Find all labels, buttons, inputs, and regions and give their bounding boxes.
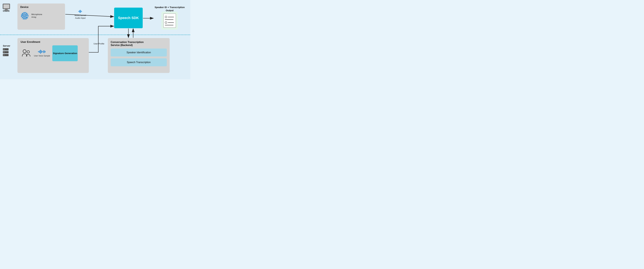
svg-point-48 [27, 50, 30, 53]
svg-point-21 [24, 12, 26, 13]
speech-sdk-label: Speech SDK [118, 16, 139, 20]
svg-point-40 [24, 18, 25, 19]
speech-sdk-box: Speech SDK [114, 8, 143, 28]
svg-point-27 [27, 14, 28, 15]
diagram-container: Client Server Device [0, 0, 190, 79]
cts-title: Conversation TranscriptionService (Backe… [111, 40, 167, 47]
enrollment-title: User Enrollment [20, 40, 86, 44]
audio-input-label: MultichannelAudio Input [74, 9, 86, 20]
svg-rect-44 [80, 10, 80, 13]
svg-rect-49 [38, 51, 39, 52]
svg-line-2 [65, 14, 114, 17]
mic-array-label: MicrophoneArray [32, 13, 42, 18]
svg-rect-9 [4, 4, 9, 8]
client-label: Client [3, 10, 10, 12]
svg-rect-45 [81, 10, 81, 12]
people-icon [20, 48, 32, 59]
device-box: Device [18, 4, 65, 30]
svg-rect-55 [45, 51, 45, 52]
user-profile-label: User Profile [94, 42, 104, 45]
output-document-icon [163, 14, 176, 28]
svg-point-19 [22, 13, 23, 14]
svg-rect-46 [82, 11, 82, 12]
svg-rect-50 [39, 50, 40, 53]
svg-point-32 [26, 16, 27, 16]
sig-gen-label: Signature Generation [53, 52, 77, 55]
svg-point-29 [22, 16, 23, 16]
svg-rect-54 [44, 50, 44, 53]
svg-rect-51 [40, 50, 41, 54]
svg-point-41 [26, 18, 26, 19]
cts-box: Conversation TranscriptionService (Backe… [108, 38, 170, 73]
voice-sample-label: User Voice Sample [34, 55, 50, 57]
svg-rect-52 [42, 50, 42, 53]
server-icon [2, 48, 9, 58]
signature-generation-box: Signature Generation [52, 45, 78, 61]
svg-point-36 [24, 17, 26, 18]
microphone-array-icon [20, 12, 29, 20]
svg-point-22 [26, 13, 27, 14]
output-box: Speaker ID + Transcription Output [154, 6, 186, 28]
svg-point-47 [23, 50, 26, 53]
svg-point-30 [24, 16, 24, 16]
svg-rect-17 [4, 54, 4, 56]
svg-rect-13 [4, 49, 4, 50]
svg-rect-15 [4, 52, 4, 53]
svg-point-28 [21, 16, 22, 17]
svg-point-38 [27, 17, 28, 18]
speech-transcription-box: Speech Transcription [111, 58, 167, 66]
svg-point-25 [24, 14, 25, 15]
device-title: Device [20, 6, 62, 8]
svg-point-31 [25, 16, 26, 16]
svg-point-37 [26, 17, 27, 18]
svg-point-39 [23, 18, 24, 19]
section-divider [0, 34, 190, 35]
voice-waveform-icon [38, 49, 46, 54]
svg-point-20 [23, 12, 24, 14]
svg-point-23 [22, 14, 22, 16]
svg-rect-43 [79, 10, 80, 12]
svg-point-33 [28, 16, 28, 16]
svg-point-24 [23, 14, 24, 15]
svg-point-35 [23, 17, 24, 18]
svg-point-34 [22, 17, 23, 18]
output-title: Speaker ID + Transcription Output [154, 6, 186, 12]
enrollment-box: User Enrollment [18, 38, 89, 73]
svg-rect-42 [78, 11, 79, 12]
svg-rect-53 [42, 51, 43, 52]
server-label: Server [3, 44, 10, 47]
svg-point-26 [26, 14, 26, 15]
speaker-id-box: Speaker Identification [111, 48, 167, 56]
